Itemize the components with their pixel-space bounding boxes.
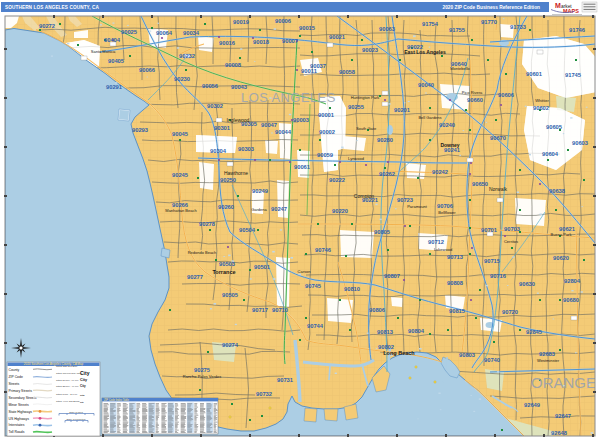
- svg-text:City: City: [80, 394, 85, 397]
- svg-text:90638: 90638: [549, 188, 566, 194]
- svg-text:Primary Streets: Primary Streets: [9, 389, 33, 393]
- svg-text:Compton: Compton: [354, 193, 375, 199]
- svg-text:90040: 90040: [418, 82, 434, 88]
- svg-text:91754: 91754: [422, 21, 439, 27]
- svg-text:Minor Streets: Minor Streets: [9, 403, 29, 407]
- svg-text:ZIP Code Index Table: ZIP Code Index Table: [104, 398, 129, 402]
- svg-text:91770: 91770: [481, 19, 497, 25]
- svg-text:Scale of Kilometers: Scale of Kilometers: [67, 418, 87, 420]
- svg-text:90804: 90804: [408, 328, 425, 334]
- svg-text:Montebello: Montebello: [450, 66, 470, 71]
- svg-text:90503: 90503: [219, 261, 236, 267]
- svg-text:90007: 90007: [282, 38, 298, 44]
- svg-text:90303: 90303: [238, 146, 255, 152]
- svg-text:90019: 90019: [233, 19, 250, 25]
- svg-text:Westminster: Westminster: [537, 358, 560, 363]
- svg-text:90001: 90001: [318, 112, 335, 118]
- svg-text:90278: 90278: [199, 221, 216, 227]
- svg-text:Santa Monica: Santa Monica: [91, 49, 116, 54]
- svg-text:Scale of Miles: Scale of Miles: [69, 411, 84, 413]
- svg-text:90813: 90813: [377, 329, 394, 335]
- svg-text:90713: 90713: [447, 254, 464, 260]
- svg-text:90606: 90606: [498, 92, 515, 98]
- svg-text:90717: 90717: [252, 307, 268, 313]
- svg-text:90280: 90280: [377, 137, 393, 143]
- svg-text:County: County: [9, 368, 20, 372]
- svg-text:90304: 90304: [210, 148, 227, 154]
- svg-text:South Gate: South Gate: [356, 126, 377, 131]
- svg-text:90044: 90044: [275, 129, 292, 135]
- svg-text:90720: 90720: [502, 309, 518, 315]
- svg-text:90660: 90660: [467, 97, 483, 103]
- svg-text:Inglewood: Inglewood: [227, 117, 250, 123]
- svg-text:90291: 90291: [106, 84, 123, 90]
- svg-text:Rancho Palos Verdes: Rancho Palos Verdes: [183, 374, 221, 379]
- svg-text:Bellflower: Bellflower: [438, 210, 456, 215]
- svg-text:90247: 90247: [271, 206, 287, 212]
- svg-text:90002: 90002: [319, 129, 335, 135]
- svg-text:90201: 90201: [394, 107, 411, 113]
- svg-text:90810: 90810: [344, 286, 360, 292]
- svg-text:City: City: [80, 370, 90, 376]
- svg-text:90047: 90047: [261, 122, 277, 128]
- svg-text:90808: 90808: [447, 280, 464, 286]
- svg-text:92648: 92648: [551, 430, 568, 436]
- svg-text:90301: 90301: [214, 125, 231, 131]
- svg-text:90274: 90274: [222, 342, 239, 348]
- svg-text:90404: 90404: [104, 37, 121, 43]
- svg-text:90003: 90003: [293, 117, 310, 123]
- svg-text:90260: 90260: [218, 204, 234, 210]
- svg-text:90242: 90242: [432, 169, 448, 175]
- svg-text:Bell Gardens: Bell Gardens: [418, 115, 441, 120]
- svg-text:Redondo Beach: Redondo Beach: [188, 250, 217, 255]
- svg-text:Streets: Streets: [9, 382, 20, 386]
- svg-text:90272: 90272: [39, 23, 55, 29]
- svg-text:90604: 90604: [542, 151, 559, 157]
- svg-text:City: City: [80, 378, 88, 382]
- svg-text:ORANGE: ORANGE: [531, 374, 596, 391]
- svg-text:Toll Roads: Toll Roads: [9, 430, 25, 434]
- svg-text:90680: 90680: [563, 297, 579, 303]
- svg-text:East Los Angeles: East Los Angeles: [404, 49, 446, 55]
- svg-text:90712: 90712: [428, 239, 444, 245]
- svg-text:Lakewood: Lakewood: [434, 247, 452, 252]
- svg-text:Buena Park: Buena Park: [551, 232, 572, 237]
- svg-text:90021: 90021: [329, 34, 346, 40]
- svg-text:90803: 90803: [459, 352, 476, 358]
- svg-text:90715: 90715: [484, 258, 501, 264]
- svg-text:90255: 90255: [348, 104, 365, 110]
- svg-text:90220: 90220: [332, 208, 348, 214]
- svg-text:90018: 90018: [253, 39, 270, 45]
- svg-text:90025: 90025: [121, 29, 138, 35]
- svg-text:Lynwood: Lynwood: [348, 156, 364, 161]
- svg-text:Manhattan Beach: Manhattan Beach: [165, 208, 196, 213]
- svg-text:State Highways: State Highways: [9, 410, 33, 414]
- svg-text:90293: 90293: [132, 127, 149, 133]
- svg-text:City: City: [80, 384, 86, 388]
- svg-text:91746: 91746: [569, 27, 586, 33]
- svg-text:90746: 90746: [315, 247, 332, 253]
- svg-text:90302: 90302: [207, 103, 223, 109]
- svg-text:90740: 90740: [484, 357, 500, 363]
- svg-text:90059: 90059: [317, 152, 334, 158]
- svg-text:91755: 91755: [449, 27, 466, 33]
- svg-text:92683: 92683: [539, 351, 556, 357]
- svg-text:92647: 92647: [555, 413, 571, 419]
- svg-text:90064: 90064: [156, 30, 173, 36]
- svg-text:90277: 90277: [187, 274, 203, 280]
- svg-text:Pico Rivera: Pico Rivera: [462, 90, 483, 95]
- svg-text:90670: 90670: [490, 135, 506, 141]
- svg-text:90249: 90249: [252, 188, 269, 194]
- svg-text:90066: 90066: [139, 67, 156, 73]
- svg-text:90240: 90240: [439, 122, 455, 128]
- svg-text:90630: 90630: [519, 281, 535, 287]
- svg-text:Downey: Downey: [440, 142, 459, 148]
- svg-text:90710: 90710: [272, 307, 288, 313]
- svg-text:90504: 90504: [239, 227, 256, 233]
- svg-text:90250: 90250: [220, 177, 236, 183]
- svg-text:92845: 92845: [526, 329, 543, 335]
- svg-text:90063: 90063: [379, 26, 396, 32]
- svg-text:Whittier: Whittier: [535, 98, 549, 103]
- svg-text:US Highways: US Highways: [9, 417, 30, 421]
- svg-text:90058: 90058: [339, 69, 356, 75]
